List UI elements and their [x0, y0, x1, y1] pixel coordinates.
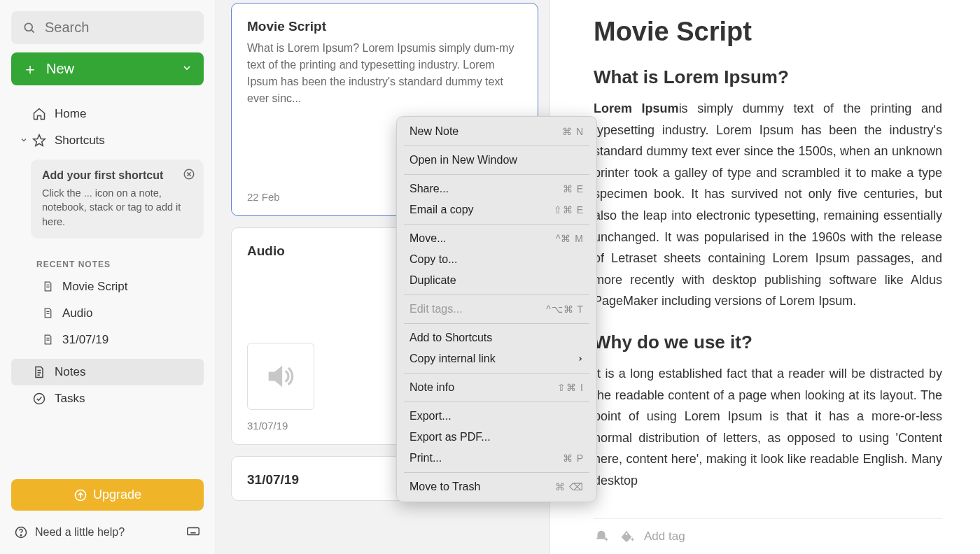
search-input[interactable]: Search	[11, 11, 204, 44]
menu-item[interactable]: Share...⌘ E	[397, 178, 596, 199]
nav-notes-label: Notes	[55, 365, 85, 379]
recent-note-label: 31/07/19	[62, 333, 108, 347]
recent-notes-header: RECENT NOTES	[36, 260, 204, 269]
new-button[interactable]: ＋ New	[11, 52, 204, 85]
menu-item: Edit tags...^⌥⌘ T	[397, 299, 596, 320]
chevron-down-icon	[181, 61, 192, 77]
menu-shortcut: ⇧⌘ I	[557, 382, 584, 393]
svg-line-1	[31, 29, 34, 32]
svg-marker-2	[34, 135, 46, 146]
heading: What is Lorem Ipsum?	[594, 66, 942, 88]
star-icon	[32, 134, 46, 148]
tag-icon[interactable]: +	[619, 529, 634, 544]
nav-shortcuts-label: Shortcuts	[55, 134, 105, 148]
menu-item[interactable]: Add to Shortcuts	[397, 327, 596, 348]
upgrade-label: Upgrade	[93, 488, 141, 502]
context-menu: New Note⌘ NOpen in New WindowShare...⌘ E…	[396, 116, 597, 502]
recent-note-item[interactable]: Audio	[11, 300, 204, 327]
paragraph: It is a long established fact that a rea…	[594, 363, 942, 492]
menu-item-label: Copy to...	[410, 253, 457, 266]
editor-pane: Movie Script What is Lorem Ipsum? Lorem …	[550, 0, 980, 554]
plus-icon: ＋	[22, 62, 38, 77]
shortcut-card-desc: Click the ... icon on a note, notebook, …	[42, 186, 192, 229]
menu-shortcut: ⌘ N	[562, 126, 584, 137]
upgrade-icon	[74, 488, 88, 502]
nav-tasks-label: Tasks	[55, 392, 85, 406]
nav-home[interactable]: Home	[11, 101, 204, 127]
menu-item-label: Edit tags...	[410, 303, 463, 315]
svg-point-26	[626, 533, 628, 535]
note-title: Movie Script	[247, 19, 522, 34]
reminder-icon[interactable]: +	[594, 529, 609, 544]
editor-footer: + + Add tag	[594, 518, 942, 554]
menu-item-label: Export...	[410, 410, 451, 422]
upgrade-button[interactable]: Upgrade	[11, 479, 204, 511]
add-tag-label[interactable]: Add tag	[644, 530, 685, 544]
menu-divider	[404, 294, 589, 295]
tasks-icon	[32, 392, 46, 406]
menu-item-label: Note info	[410, 381, 454, 394]
menu-divider	[404, 373, 589, 374]
audio-thumbnail	[247, 343, 314, 410]
menu-item-label: Open in New Window	[410, 154, 517, 166]
search-icon	[22, 21, 36, 35]
shortcut-card-title: Add your first shortcut	[42, 169, 192, 182]
help-row: Need a little help?	[11, 519, 204, 543]
svg-rect-20	[188, 527, 200, 534]
notes-icon	[32, 365, 46, 379]
chevron-right-icon	[577, 353, 584, 365]
menu-item[interactable]: Email a copy⇧⌘ E	[397, 199, 596, 220]
recent-note-label: Audio	[62, 306, 92, 320]
new-label: New	[46, 61, 74, 77]
recent-note-item[interactable]: 31/07/19	[11, 327, 204, 353]
menu-item-label: Export as PDF...	[410, 431, 491, 443]
menu-item-label: Share...	[410, 183, 449, 195]
recent-note-label: Movie Script	[62, 280, 128, 294]
speaker-icon	[262, 358, 299, 395]
menu-item-label: Duplicate	[410, 274, 456, 287]
menu-item[interactable]: Print...⌘ P	[397, 448, 596, 469]
svg-text:+: +	[605, 536, 609, 544]
page-title: Movie Script	[594, 17, 942, 47]
menu-item-label: Print...	[410, 452, 442, 464]
menu-item[interactable]: Copy to...	[397, 249, 596, 270]
menu-item[interactable]: Export...	[397, 406, 596, 427]
menu-divider	[404, 224, 589, 225]
menu-item[interactable]: Note info⇧⌘ I	[397, 377, 596, 398]
menu-shortcut: ^⌥⌘ T	[546, 304, 584, 315]
menu-item-label: Email a copy	[410, 204, 474, 216]
menu-item[interactable]: Export as PDF...	[397, 427, 596, 448]
svg-text:+: +	[631, 536, 635, 544]
menu-divider	[404, 174, 589, 175]
menu-shortcut: ⌘ ⌫	[555, 481, 584, 492]
nav-notes[interactable]: Notes	[11, 359, 204, 385]
search-placeholder: Search	[45, 20, 89, 36]
nav-tasks[interactable]: Tasks	[11, 385, 204, 412]
body-text: is simply dummy text of the printing and…	[594, 101, 942, 308]
keyboard-icon[interactable]	[186, 523, 201, 541]
note-icon	[42, 334, 54, 346]
close-icon[interactable]	[183, 168, 195, 183]
nav-shortcuts[interactable]: Shortcuts	[11, 127, 204, 154]
menu-shortcut: ^⌘ M	[556, 233, 584, 244]
menu-item-label: Copy internal link	[410, 353, 496, 365]
editor-content[interactable]: Movie Script What is Lorem Ipsum? Lorem …	[594, 17, 942, 518]
menu-item[interactable]: Copy internal link	[397, 348, 596, 369]
menu-item[interactable]: Move...^⌘ M	[397, 228, 596, 249]
menu-divider	[404, 472, 589, 473]
paragraph: Lorem Ipsumis simply dummy text of the p…	[594, 98, 942, 312]
recent-note-item[interactable]: Movie Script	[11, 274, 204, 300]
svg-point-0	[24, 23, 32, 31]
menu-shortcut: ⇧⌘ E	[554, 204, 584, 215]
menu-item-label: Add to Shortcuts	[410, 332, 492, 344]
menu-item-label: New Note	[410, 125, 458, 138]
menu-divider	[404, 323, 589, 324]
menu-item[interactable]: Duplicate	[397, 270, 596, 291]
chevron-down-icon[interactable]	[20, 134, 29, 148]
menu-item[interactable]: Move to Trash⌘ ⌫	[397, 476, 596, 497]
nav-home-label: Home	[55, 107, 86, 121]
menu-item[interactable]: Open in New Window	[397, 150, 596, 171]
help-button[interactable]: Need a little help?	[14, 525, 125, 539]
menu-item[interactable]: New Note⌘ N	[397, 121, 596, 142]
svg-point-19	[20, 535, 21, 536]
